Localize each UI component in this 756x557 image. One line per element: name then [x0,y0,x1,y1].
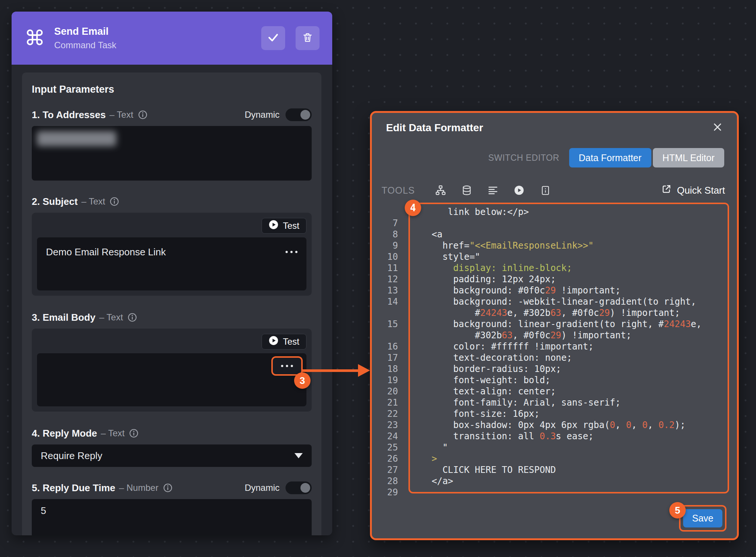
code-line[interactable]: 13 background: #0f0c29 !important; [372,285,737,296]
subject-value-input[interactable]: Demo Email Response Link [37,237,306,290]
code-line-text[interactable]: " [398,442,737,453]
task-subtitle: Command Task [54,40,252,50]
email-body-label: 3. Email Body [32,312,96,323]
tab-html-editor[interactable]: HTML Editor [653,148,724,167]
info-icon[interactable] [129,428,139,438]
code-line-text[interactable]: font-weight: bold; [398,375,737,386]
code-line[interactable]: 9 href="<<EmailResponseLink>>" [372,240,737,251]
email-body-label-row: 3. Email Body – Text [32,311,312,324]
code-line-text[interactable]: background: -webkit-linear-gradient(to r… [398,296,737,318]
code-line-text[interactable]: font-size: 16px; [398,408,737,419]
code-editor[interactable]: 4 link below:</p>7 8<a9 href="<<EmailRes… [372,203,737,498]
dynamic-toggle[interactable] [286,108,312,121]
tab-data-formatter[interactable]: Data Formatter [569,148,651,167]
code-line-text[interactable]: </a> [398,476,737,487]
code-line-text[interactable]: display: inline-block; [398,262,737,274]
subject-test-button[interactable]: Test [262,218,306,234]
code-line[interactable]: 12 padding: 12px 24px; [372,274,737,285]
code-line[interactable]: 11 display: inline-block; [372,262,737,274]
code-line-text[interactable]: <a [398,229,737,240]
quick-start-button[interactable]: Quick Start [661,184,725,197]
workflow-tree-icon[interactable] [434,185,447,196]
info-icon[interactable] [163,483,173,493]
email-body-textarea[interactable]: 3 [37,353,306,406]
code-line-text[interactable]: background: #0f0c29 !important; [398,285,737,296]
code-line-text[interactable]: text-align: center; [398,386,737,397]
code-line[interactable]: 25 " [372,442,737,453]
line-number: 19 [372,375,398,386]
code-line[interactable]: 16 color: #ffffff !important; [372,341,737,352]
caret-down-icon [294,453,303,458]
arrow-line [301,369,359,372]
database-icon[interactable] [460,185,473,196]
code-line[interactable]: 17 text-decoration: none; [372,352,737,363]
code-line-text[interactable]: padding: 12px 24px; [398,274,737,285]
ellipsis-icon [281,365,293,367]
reply-due-time-input[interactable]: 5 [32,499,312,535]
code-line-text[interactable]: transition: all 0.3s ease; [398,431,737,442]
code-line-text[interactable]: style=" [398,251,737,262]
info-icon[interactable] [127,313,137,322]
code-line[interactable]: 29 [372,487,737,498]
code-line[interactable]: 28</a> [372,476,737,487]
code-line[interactable]: 20 text-align: center; [372,386,737,397]
code-line-text[interactable]: > [398,453,737,464]
tools-label: TOOLS [382,185,415,196]
code-line-text[interactable]: border-radius: 10px; [398,363,737,375]
subject-test-row: Test [37,218,306,234]
line-number: 21 [372,397,398,408]
code-line[interactable]: 23 box-shadow: 0px 4px 6px rgba(0, 0, 0,… [372,419,737,431]
play-circle-icon[interactable] [513,185,525,196]
code-line-text[interactable]: link below:</p> [398,206,737,218]
code-line-text[interactable]: href="<<EmailResponseLink>>" [398,240,737,251]
subject-type: – Text [81,196,105,207]
ellipsis-icon [295,251,297,253]
subject-more-button[interactable] [286,251,297,253]
info-icon[interactable] [138,110,148,120]
line-number: 17 [372,352,398,363]
code-line[interactable]: 7 [372,218,737,229]
code-line[interactable]: 18 border-radius: 10px; [372,363,737,375]
code-line[interactable]: 22 font-size: 16px; [372,408,737,419]
code-line-text[interactable]: font-family: Arial, sans-serif; [398,397,737,408]
confirm-button[interactable] [261,26,285,50]
code-line-text[interactable]: CLICK HERE TO RESPOND [398,464,737,476]
close-button[interactable] [712,122,723,134]
code-line-text[interactable]: box-shadow: 0px 4px 6px rgba(0, 0, 0, 0.… [398,419,737,431]
email-body-test-button[interactable]: Test [262,334,306,350]
line-number: 26 [372,453,398,464]
align-lines-icon[interactable] [487,185,499,196]
dynamic-toggle[interactable] [286,481,312,494]
delete-button[interactable] [296,26,320,50]
info-icon[interactable] [109,197,119,206]
line-number: 11 [372,262,398,274]
save-button[interactable]: Save [683,509,722,527]
code-line[interactable]: 15 background: linear-gradient(to right,… [372,318,737,341]
line-number: 24 [372,431,398,442]
code-line-text[interactable] [398,487,737,498]
code-line[interactable]: link below:</p> [372,206,737,218]
email-body-more-button[interactable]: 3 [271,356,303,376]
code-line-text[interactable] [398,218,737,229]
code-line[interactable]: 14 background: -webkit-linear-gradient(t… [372,296,737,318]
line-number: 23 [372,419,398,431]
code-line[interactable]: 19 font-weight: bold; [372,375,737,386]
code-line-text[interactable]: background: linear-gradient(to right, #2… [398,318,737,341]
code-line[interactable]: 24 transition: all 0.3s ease; [372,431,737,442]
toggle-knob [300,110,310,120]
document-info-icon[interactable] [539,185,552,196]
code-line[interactable]: 10 style=" [372,251,737,262]
reply-mode-label-row: 4. Reply Mode – Text [32,427,312,440]
code-line[interactable]: 21 font-family: Arial, sans-serif; [372,397,737,408]
code-line-text[interactable]: color: #ffffff !important; [398,341,737,352]
editor-switch-row: SWITCH EDITOR Data Formatter HTML Editor [488,148,724,167]
reply-mode-value: Require Reply [41,450,102,462]
to-addresses-textarea[interactable] [32,126,312,181]
code-line-text[interactable]: text-decoration: none; [398,352,737,363]
code-line[interactable]: 26> [372,453,737,464]
code-line[interactable]: 27 CLICK HERE TO RESPOND [372,464,737,476]
line-number: 16 [372,341,398,352]
reply-mode-select[interactable]: Require Reply [32,444,312,467]
code-line[interactable]: 8<a [372,229,737,240]
play-circle-icon [269,220,278,232]
